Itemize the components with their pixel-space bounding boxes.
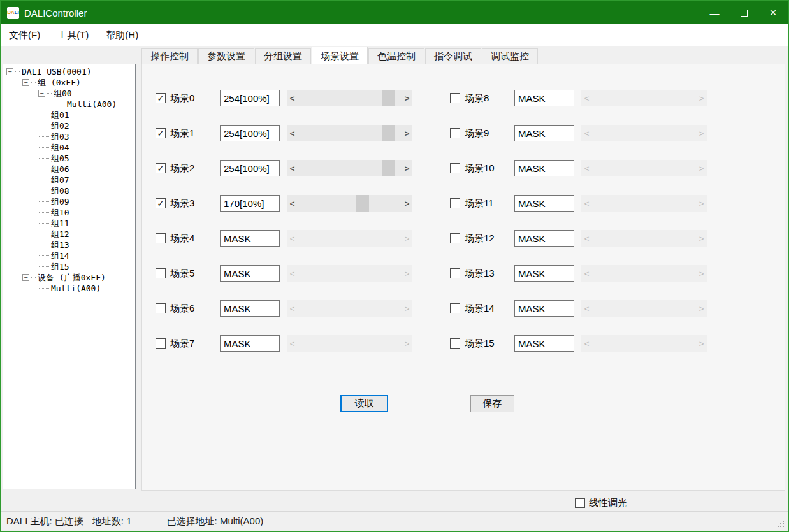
tab-1[interactable]: 操作控制 — [141, 48, 198, 64]
close-button[interactable]: × — [758, 1, 788, 24]
scroll-left-icon[interactable]: < — [287, 195, 298, 212]
tree-item-label: 组00 — [54, 88, 72, 99]
tree-item[interactable]: 组02 — [3, 120, 135, 131]
save-button[interactable]: 保存 — [470, 395, 514, 412]
tab-4[interactable]: 场景设置 — [312, 47, 368, 64]
tree-item[interactable]: 组05 — [3, 153, 135, 164]
scroll-track[interactable] — [298, 160, 402, 176]
tree-item-label: 设备 (广播0xFF) — [38, 272, 106, 284]
tree-item[interactable]: −设备 (广播0xFF) — [3, 272, 135, 283]
tree-item[interactable]: 组13 — [3, 240, 135, 250]
scene-value-input[interactable] — [514, 90, 574, 106]
tab-7[interactable]: 调试监控 — [482, 48, 538, 64]
tree-item[interactable]: 组08 — [3, 185, 135, 196]
scene-checkbox[interactable] — [156, 268, 166, 278]
scene-level-scrollbar[interactable]: <> — [287, 90, 412, 106]
maximize-button[interactable] — [729, 1, 758, 24]
scroll-track[interactable] — [298, 125, 402, 141]
tree-item[interactable]: 组01 — [3, 110, 135, 120]
tree-connector — [55, 104, 65, 104]
tree-item[interactable]: −组00 — [3, 88, 135, 99]
scene-level-scrollbar[interactable]: <> — [287, 125, 412, 141]
tab-5[interactable]: 色温控制 — [368, 48, 424, 64]
scroll-thumb[interactable] — [356, 195, 369, 212]
scene-checkbox[interactable]: ✓ — [156, 198, 166, 208]
scene-value-input[interactable] — [220, 335, 280, 352]
tree-item[interactable]: Multi(A00) — [3, 283, 135, 294]
scene-checkbox[interactable] — [450, 198, 460, 208]
scroll-left-icon[interactable]: < — [287, 90, 298, 106]
read-button[interactable]: 读取 — [340, 395, 388, 412]
linear-dimming-checkbox[interactable] — [575, 498, 585, 508]
scene-checkbox[interactable]: ✓ — [156, 163, 166, 173]
scene-value-input[interactable] — [220, 160, 280, 176]
scene-value-input[interactable] — [220, 230, 280, 247]
scene-row: ✓场景0<> — [156, 90, 412, 106]
scene-checkbox[interactable] — [450, 93, 460, 103]
scene-checkbox[interactable] — [450, 338, 460, 349]
tree-item[interactable]: 组06 — [3, 164, 135, 175]
scene-checkbox[interactable]: ✓ — [156, 93, 166, 103]
tree-item[interactable]: −DALI USB(0001) — [3, 66, 135, 77]
scroll-track[interactable] — [298, 90, 402, 106]
scene-value-input[interactable] — [514, 265, 574, 282]
scene-checkbox[interactable] — [450, 268, 460, 278]
scene-value-input[interactable] — [220, 265, 280, 282]
scroll-right-icon[interactable]: > — [402, 195, 412, 212]
scene-level-scrollbar[interactable]: <> — [287, 160, 412, 176]
tree-item[interactable]: 组10 — [3, 207, 135, 218]
scene-value-input[interactable] — [220, 125, 280, 141]
scene-value-input[interactable] — [514, 160, 574, 176]
resize-grip[interactable] — [778, 521, 785, 528]
tree-item[interactable]: 组09 — [3, 196, 135, 207]
scene-value-input[interactable] — [514, 195, 574, 212]
tab-2[interactable]: 参数设置 — [198, 48, 254, 64]
scroll-right-icon[interactable]: > — [402, 160, 412, 176]
tree-connector — [39, 147, 49, 148]
menu-tools[interactable]: 工具(T) — [56, 27, 90, 43]
scroll-thumb[interactable] — [382, 90, 395, 106]
menu-file[interactable]: 文件(F) — [8, 27, 41, 43]
collapse-icon[interactable]: − — [38, 90, 45, 97]
scene-checkbox[interactable] — [450, 163, 460, 173]
tree-item[interactable]: 组12 — [3, 229, 135, 240]
tree-item[interactable]: 组07 — [3, 175, 135, 185]
scene-checkbox[interactable] — [156, 338, 166, 349]
scroll-left-icon[interactable]: < — [287, 125, 298, 141]
scene-value-input[interactable] — [220, 90, 280, 106]
tab-3[interactable]: 分组设置 — [255, 48, 311, 64]
main-content: −DALI USB(0001)−组 (0xFF)−组00Multi(A00)组0… — [1, 46, 788, 511]
scene-checkbox[interactable]: ✓ — [156, 128, 166, 138]
scene-checkbox[interactable] — [450, 233, 460, 243]
tree-item[interactable]: 组15 — [3, 261, 135, 272]
scene-value-input[interactable] — [220, 300, 280, 317]
scene-checkbox[interactable] — [156, 303, 166, 313]
scene-value-input[interactable] — [220, 195, 280, 212]
collapse-icon[interactable]: − — [6, 68, 13, 75]
collapse-icon[interactable]: − — [22, 274, 29, 281]
tree-item[interactable]: Multi(A00) — [3, 99, 135, 110]
scroll-right-icon[interactable]: > — [402, 125, 412, 141]
tree-item[interactable]: 组11 — [3, 218, 135, 229]
scroll-right-icon[interactable]: > — [402, 90, 412, 106]
scene-level-scrollbar[interactable]: <> — [287, 195, 412, 212]
menu-help[interactable]: 帮助(H) — [105, 27, 140, 43]
scroll-left-icon[interactable]: < — [287, 160, 298, 176]
minimize-button[interactable]: — — [700, 1, 729, 24]
scene-checkbox[interactable] — [450, 303, 460, 313]
scene-checkbox[interactable] — [156, 233, 166, 243]
tree-item[interactable]: 组04 — [3, 142, 135, 153]
scene-value-input[interactable] — [514, 125, 574, 141]
scene-value-input[interactable] — [514, 335, 574, 352]
scene-value-input[interactable] — [514, 230, 574, 247]
tab-6[interactable]: 指令调试 — [425, 48, 481, 64]
collapse-icon[interactable]: − — [22, 79, 29, 86]
scroll-thumb[interactable] — [382, 125, 395, 141]
tree-item[interactable]: 组14 — [3, 250, 135, 261]
scroll-track[interactable] — [298, 195, 402, 212]
scroll-thumb[interactable] — [382, 160, 395, 176]
tree-item[interactable]: 组03 — [3, 131, 135, 142]
scene-value-input[interactable] — [514, 300, 574, 317]
tree-item[interactable]: −组 (0xFF) — [3, 77, 135, 88]
scene-checkbox[interactable] — [450, 128, 460, 138]
